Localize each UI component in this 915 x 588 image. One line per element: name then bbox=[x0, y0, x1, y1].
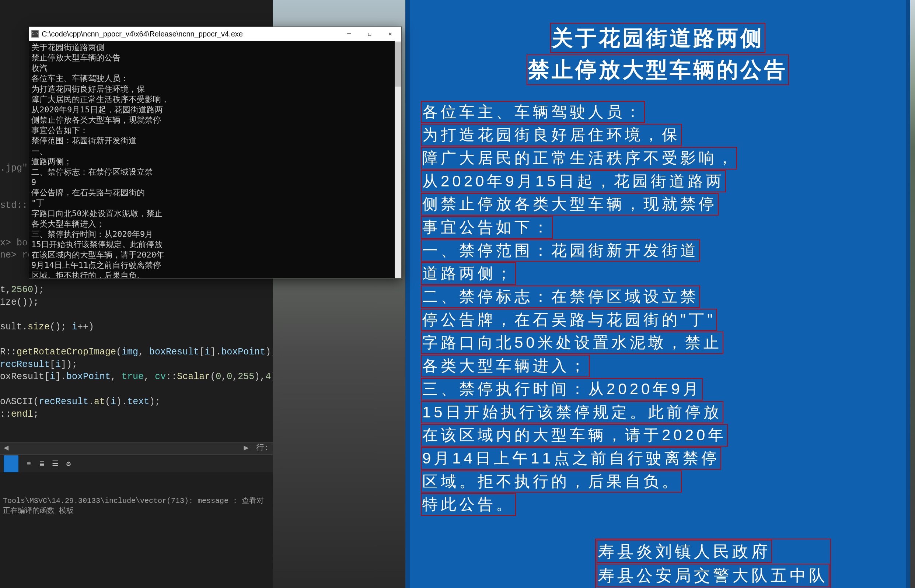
status-arrow-right-icon[interactable]: ▶ bbox=[244, 443, 249, 454]
output-line: Tools\MSVC\14.29.30133\include\vector(71… bbox=[3, 496, 270, 516]
sign-title-line1: 关于花园街道路两侧 bbox=[550, 23, 765, 53]
sign-body-line: 15日开始执行该禁停规定。此前停放 bbox=[421, 401, 723, 424]
sign-body-line: 9月14日上午11点之前自行驶离禁停 bbox=[421, 447, 721, 470]
status-line-label: 行: bbox=[256, 443, 269, 454]
output-tab-bar: ≡ ≣ ☰ ⚙ bbox=[0, 456, 273, 472]
sign-body-line: 事宜公告如下： bbox=[421, 216, 553, 239]
minimize-button[interactable]: ─ bbox=[340, 27, 358, 41]
sign-body: 各位车主、车辆驾驶人员： 为打造花园街良好居住环境，保障广大居民的正常生活秩序不… bbox=[421, 100, 895, 516]
tab-icon-1[interactable]: ≡ bbox=[24, 459, 33, 468]
console-app-icon: C:\ bbox=[31, 30, 39, 37]
left-gutter-text: .jpg" std:: x> bo ne> re bbox=[0, 162, 33, 262]
sign-body-line: 在该区域内的大型车辆，请于2020年 bbox=[421, 424, 728, 446]
sign-body-line: 为打造花园街良好居住环境，保 bbox=[421, 124, 682, 146]
sign-body-line: 侧禁止停放各类大型车辆，现就禁停 bbox=[421, 193, 719, 215]
tab-icon-3[interactable]: ☰ bbox=[51, 459, 60, 468]
sign-body-line: 一、禁停范围：花园街新开发街道 bbox=[421, 239, 700, 262]
console-output[interactable]: 关于花园街道路两侧 禁止停放大型车辆的公告 收汽 各位车主、车辆驾驶人员： 为打… bbox=[29, 41, 394, 278]
console-titlebar[interactable]: C:\ C:\code\cpp\ncnn_ppocr_v4\x64\Releas… bbox=[29, 27, 401, 41]
output-pane[interactable]: Tools\MSVC\14.29.30133\include\vector(71… bbox=[0, 473, 273, 588]
scrollbar-thumb[interactable] bbox=[395, 42, 401, 87]
code-text[interactable]: t,2560); ize()); sult.size(); i++) R::ge… bbox=[0, 284, 276, 420]
close-button[interactable]: ✕ bbox=[382, 27, 399, 41]
sign-body-line: 各类大型车辆进入； bbox=[421, 355, 590, 377]
sign-signature-line: 寿县公安局交警大队五中队 bbox=[597, 564, 829, 587]
console-window: C:\ C:\code\cpp\ncnn_ppocr_v4\x64\Releas… bbox=[29, 26, 402, 278]
editor-status-bar: ◀ ▶ 行: bbox=[0, 442, 273, 455]
sign-title-line2: 禁止停放大型车辆的公告 bbox=[527, 55, 789, 85]
maximize-button[interactable]: ☐ bbox=[361, 27, 378, 41]
console-scrollbar[interactable] bbox=[394, 41, 401, 278]
sign-body-line: 道路两侧； bbox=[421, 262, 516, 285]
output-tab-selected[interactable] bbox=[4, 456, 18, 472]
sign-title: 关于花园街道路两侧 禁止停放大型车辆的公告 bbox=[421, 22, 895, 86]
tab-icon-4[interactable]: ⚙ bbox=[64, 459, 73, 468]
sign-signature-line: 寿县炎刘镇人民政府 bbox=[597, 540, 772, 563]
sign-signatures: 寿县炎刘镇人民政府寿县公安局交警大队五中队寿县炎刘城市管理中心所2020年9月1… bbox=[421, 538, 895, 588]
sign-body-line: 三、禁停执行时间：从2020年9月 bbox=[421, 378, 703, 401]
console-title: C:\code\cpp\ncnn_ppocr_v4\x64\Release\nc… bbox=[42, 30, 337, 38]
sign-body-line: 二、禁停标志：在禁停区域设立禁 bbox=[421, 286, 700, 308]
sign-body-line: 从2020年9月15日起，花园街道路两 bbox=[421, 170, 726, 193]
sign-body-line: 字路口向北50米处设置水泥墩，禁止 bbox=[421, 331, 723, 354]
sign-body-line: 障广大居民的正常生活秩序不受影响， bbox=[421, 147, 737, 170]
sign-body-line: 停公告牌，在石吴路与花园街的"丁" bbox=[421, 309, 717, 331]
sign-body-line: 区域。拒不执行的，后果自负。 bbox=[421, 470, 682, 493]
sign-body-line: 各位车主、车辆驾驶人员： bbox=[421, 101, 645, 123]
tab-icon-2[interactable]: ≣ bbox=[37, 459, 47, 468]
status-arrow-left-icon[interactable]: ◀ bbox=[4, 443, 8, 454]
sign-body-line: 特此公告。 bbox=[421, 493, 516, 516]
sign-board: 关于花园街道路两侧 禁止停放大型车辆的公告 各位车主、车辆驾驶人员： 为打造花园… bbox=[405, 0, 910, 588]
